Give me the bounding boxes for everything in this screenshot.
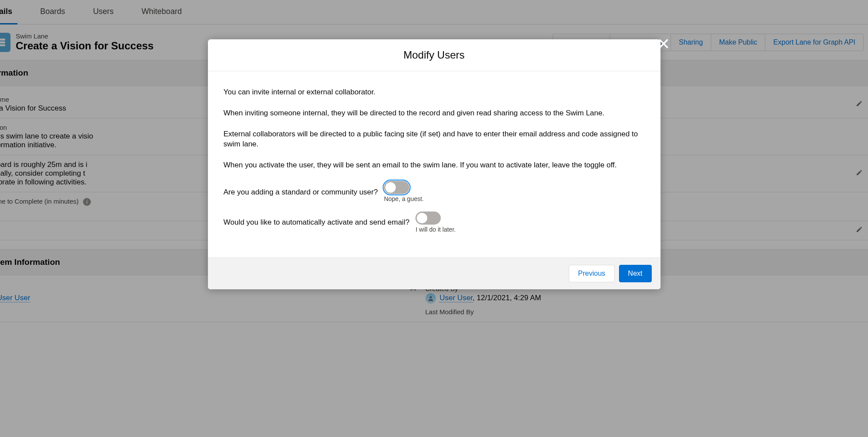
toggle-user-type-label: Nope, a guest. bbox=[384, 195, 424, 204]
close-icon[interactable]: ✕ bbox=[657, 35, 670, 53]
modal-text: When inviting someone internal, they wil… bbox=[224, 108, 645, 118]
modal-overlay: ✕ Modify Users You can invite internal o… bbox=[0, 0, 868, 326]
question-auto-activate: Would you like to automatically activate… bbox=[224, 217, 410, 228]
toggle-user-type[interactable] bbox=[384, 181, 409, 194]
next-button[interactable]: Next bbox=[619, 265, 652, 282]
modify-users-modal: Modify Users You can invite internal or … bbox=[208, 39, 661, 289]
modal-text: You can invite internal or external coll… bbox=[224, 87, 645, 97]
previous-button[interactable]: Previous bbox=[569, 265, 614, 282]
toggle-auto-activate[interactable] bbox=[415, 212, 441, 225]
question-user-type: Are you adding a standard or community u… bbox=[224, 187, 378, 198]
modal-text: When you activate the user, they will be… bbox=[224, 160, 645, 170]
modal-text: External collaborators will be directed … bbox=[224, 129, 645, 150]
modal-title: Modify Users bbox=[208, 39, 661, 71]
toggle-auto-activate-label: I will do it later. bbox=[415, 225, 456, 234]
